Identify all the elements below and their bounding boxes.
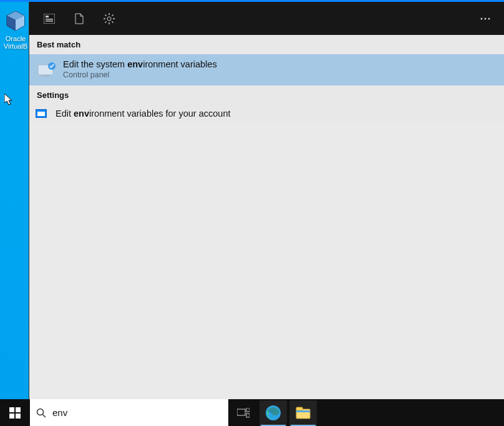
best-match-title-post: ironment variables (143, 59, 216, 69)
svg-rect-31 (246, 408, 250, 412)
task-view-icon (237, 408, 250, 418)
settings-item-label: Edit environment variables for your acco… (56, 109, 231, 119)
desktop-icon-virtualbox[interactable]: Oracle VirtualB (2, 10, 29, 50)
desktop-icon-label-line2: VirtualB (2, 42, 29, 50)
best-match-text: Edit the system environment variables Co… (63, 59, 217, 79)
taskbar (0, 399, 504, 426)
svg-rect-30 (237, 409, 245, 415)
svg-line-16 (112, 14, 114, 16)
svg-point-33 (266, 405, 281, 420)
svg-line-17 (105, 21, 107, 22)
search-filter-settings-icon[interactable] (94, 4, 124, 34)
search-panel-tabs (29, 2, 504, 35)
search-panel: Best match Edit the system environment v… (29, 2, 504, 399)
desktop-icon-label-line1: Oracle (2, 35, 29, 42)
svg-point-20 (488, 17, 490, 19)
virtualbox-icon (4, 10, 27, 32)
search-filter-all-icon[interactable] (34, 4, 64, 34)
svg-rect-8 (46, 21, 53, 22)
svg-rect-36 (296, 410, 310, 412)
settings-result-item[interactable]: Edit environment variables for your acco… (29, 105, 504, 122)
settings-item-label-highlight: env (74, 109, 89, 119)
svg-rect-35 (296, 407, 303, 410)
svg-rect-26 (9, 414, 14, 419)
search-filter-documents-icon[interactable] (64, 4, 94, 34)
search-input[interactable] (52, 407, 222, 418)
svg-rect-27 (16, 414, 21, 419)
edge-icon (265, 405, 281, 421)
settings-item-label-post: ironment variables for your account (89, 109, 230, 119)
taskbar-app-edge[interactable] (258, 399, 288, 426)
svg-rect-22 (42, 75, 49, 77)
best-match-result[interactable]: Edit the system environment variables Co… (29, 54, 504, 85)
svg-rect-25 (16, 407, 21, 412)
system-properties-icon (37, 61, 57, 77)
svg-line-15 (112, 21, 114, 22)
best-match-title: Edit the system environment variables (63, 59, 217, 69)
svg-line-14 (105, 14, 107, 16)
search-icon (36, 408, 46, 418)
svg-line-29 (43, 414, 46, 417)
svg-point-28 (37, 409, 44, 415)
task-view-button[interactable] (228, 399, 258, 426)
svg-rect-34 (296, 409, 310, 419)
svg-rect-24 (9, 407, 14, 412)
section-heading-best-match: Best match (29, 35, 504, 54)
svg-point-9 (107, 17, 111, 21)
search-panel-body (29, 122, 504, 399)
svg-point-18 (481, 17, 483, 19)
taskbar-search-box[interactable] (30, 399, 228, 426)
svg-point-19 (485, 17, 487, 19)
desktop: Oracle VirtualB Best match (0, 0, 504, 426)
svg-rect-6 (46, 16, 49, 17)
taskbar-app-explorer[interactable] (288, 399, 318, 426)
best-match-title-highlight: env (127, 59, 143, 69)
svg-rect-7 (46, 19, 53, 20)
file-explorer-icon (296, 407, 311, 419)
best-match-title-pre: Edit the system (63, 59, 127, 69)
windows-logo-icon (9, 407, 21, 419)
search-more-options-icon[interactable] (470, 4, 500, 34)
start-button[interactable] (0, 399, 30, 426)
svg-marker-4 (4, 94, 12, 105)
cursor-icon (4, 94, 14, 106)
settings-item-label-pre: Edit (56, 109, 74, 119)
section-heading-settings: Settings (29, 85, 504, 105)
svg-rect-32 (246, 414, 250, 417)
best-match-subtitle: Control panel (63, 70, 217, 79)
settings-item-icon (36, 109, 47, 118)
